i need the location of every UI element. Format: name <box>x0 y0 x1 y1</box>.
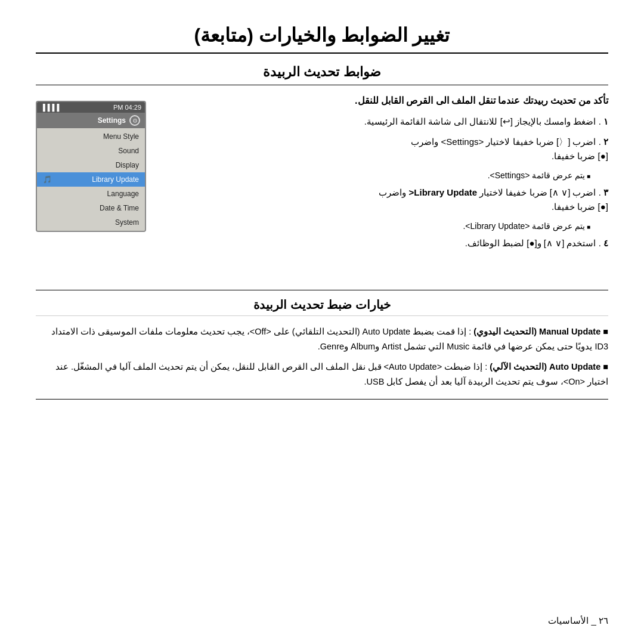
step-4: ٤ . استخدم [∨ ∧] و[●] لضبط الوظائف. <box>158 236 608 250</box>
menu-item-library-update-icon: 🎵 <box>43 175 52 184</box>
step-2-num: ٢ <box>603 137 608 147</box>
page-container: تغيير الضوابط والخيارات (متابعة) ضوابط ت… <box>0 0 644 644</box>
sub-bullet-settings: يتم عرض قائمة <Settings>. <box>158 169 596 182</box>
device-menu-list: Menu Style Sound Display Library Update … <box>37 128 145 231</box>
page-number: ٢٦ _ الأساسيات <box>548 615 608 626</box>
battery-icon: ▐▐▐▐ <box>41 104 59 111</box>
menu-item-display: Display <box>37 158 145 172</box>
menu-item-system: System <box>37 215 145 230</box>
device-top-bar: 04:29 PM ▐▐▐▐ <box>37 102 145 113</box>
device-screen: 04:29 PM ▐▐▐▐ ⚙ Settings Menu Style Soun… <box>36 101 146 232</box>
step-2: ٢ . اضرب [〈] ضربا خفيفا لاختيار <Setting… <box>158 135 608 163</box>
options-section: خيارات ضبط تحديث الربيدة ■ Manual Update… <box>36 290 608 400</box>
intro-text: تأكد من تحديث ربيدتك عندما تنقل الملف ال… <box>158 95 608 106</box>
sub-bullet-library-update: يتم عرض قائمة <Library Update>. <box>158 220 596 233</box>
device-mockup: 04:29 PM ▐▐▐▐ ⚙ Settings Menu Style Soun… <box>36 101 146 256</box>
device-time: 04:29 PM <box>113 104 141 111</box>
menu-item-date-time: Date & Time <box>37 201 145 215</box>
device-bottom-nav: ◁ ● ▷ <box>37 231 145 232</box>
gear-icon: ⚙ <box>129 115 140 126</box>
menu-item-language: Language <box>37 187 145 201</box>
section2-title: خيارات ضبط تحديث الربيدة <box>36 298 608 316</box>
step-3-num: ٣ <box>603 187 608 197</box>
footer: ٢٦ _ الأساسيات <box>36 615 608 626</box>
step-4-num: ٤ <box>603 238 608 248</box>
step-1: ١ . اضغط وامسك بالإيجاز [↩] للانتقال الى… <box>158 114 608 129</box>
option-manual-update: ■ Manual Update (التحديث اليدوي) : إذا ق… <box>36 324 608 354</box>
main-title: تغيير الضوابط والخيارات (متابعة) <box>36 24 608 54</box>
menu-item-library-update: Library Update 🎵 <box>37 172 145 187</box>
menu-item-sound: Sound <box>37 144 145 158</box>
content-area: 04:29 PM ▐▐▐▐ ⚙ Settings Menu Style Soun… <box>36 95 608 256</box>
section1-title: ضوابط تحديث الربيدة <box>36 64 608 85</box>
instructions-area: تأكد من تحديث ربيدتك عندما تنقل الملف ال… <box>158 95 608 256</box>
option-auto-update: ■ Auto Update (التحديث الآلي) : إذا ضبطت… <box>36 360 608 389</box>
bottom-divider <box>36 399 608 400</box>
step-1-num: ١ <box>603 116 608 126</box>
step-3: ٣ . اضرب [∨ ∧] ضربا خفيفا لاختيار Librar… <box>158 185 608 214</box>
menu-item-menu-style: Menu Style <box>37 129 145 144</box>
device-header: ⚙ Settings <box>37 113 145 128</box>
device-header-title: Settings <box>98 116 126 125</box>
options-top-divider <box>36 290 608 290</box>
